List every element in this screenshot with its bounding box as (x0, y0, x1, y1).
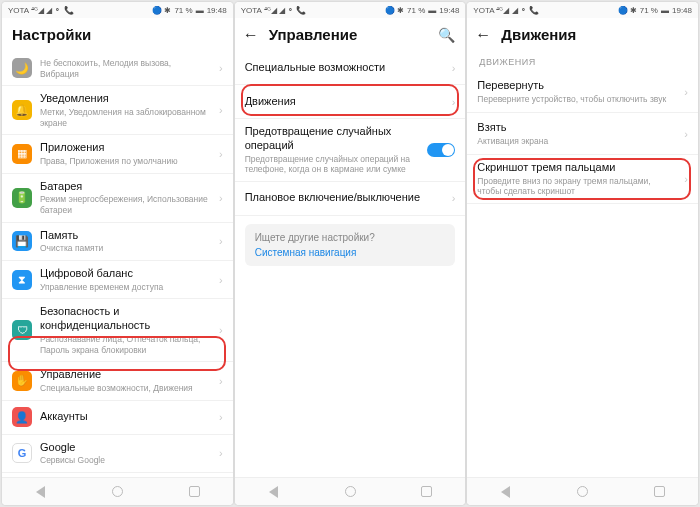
chevron-icon: › (219, 411, 223, 423)
row-icon: 💾 (12, 231, 32, 251)
chevron-icon: › (684, 173, 688, 185)
upravlenie-row[interactable]: Движения› (235, 85, 466, 119)
title-bar: Настройки (2, 18, 233, 51)
search-icon[interactable]: 🔍 (438, 27, 455, 43)
other-settings-question: Ищете другие настройки? (255, 232, 446, 243)
back-icon[interactable]: ← (475, 27, 491, 43)
chevron-icon: › (452, 96, 456, 108)
screen-dvizheniya: YOTA ⁴ᴳ◢ ◢ ⚬ 📞 🔵 ✱71 %▬19:48 ← Движения … (467, 2, 698, 505)
settings-row[interactable]: ⧗Цифровой балансУправление временем дост… (2, 261, 233, 299)
settings-list: 🌙Не беспокоить, Мелодия вызова, Вибрация… (2, 51, 233, 477)
chevron-icon: › (219, 274, 223, 286)
row-sub: Проведите вниз по экрану тремя пальцами,… (477, 176, 676, 197)
nav-bar (235, 477, 466, 505)
row-label: Перевернуть (477, 79, 676, 93)
status-bar: YOTA ⁴ᴳ◢ ◢ ⚬ 📞 🔵 ✱71 %▬19:48 (2, 2, 233, 18)
nav-bar (467, 477, 698, 505)
dvizheniya-list: ДВИЖЕНИЯ ПеревернутьПереверните устройст… (467, 51, 698, 477)
row-icon: 🔔 (12, 100, 32, 120)
settings-row[interactable]: 🛡Безопасность и конфиденциальностьРаспоз… (2, 299, 233, 362)
row-label: Управление (40, 368, 211, 382)
chevron-icon: › (219, 148, 223, 160)
row-label: Скриншот тремя пальцами (477, 161, 676, 175)
dvizheniya-row[interactable]: ПеревернутьПереверните устройство, чтобы… (467, 71, 698, 113)
row-sub: Права, Приложения по умолчанию (40, 156, 211, 167)
status-bar: YOTA ⁴ᴳ◢ ◢ ⚬ 📞 🔵 ✱71 %▬19:48 (235, 2, 466, 18)
title-bar: ← Управление 🔍 (235, 18, 466, 51)
row-label: Движения (245, 95, 444, 109)
chevron-icon: › (684, 128, 688, 140)
screen-upravlenie: YOTA ⁴ᴳ◢ ◢ ⚬ 📞 🔵 ✱71 %▬19:48 ← Управлени… (235, 2, 466, 505)
row-label: Приложения (40, 141, 211, 155)
row-label: Уведомления (40, 92, 211, 106)
nav-home-button[interactable] (576, 485, 590, 499)
chevron-icon: › (219, 192, 223, 204)
row-icon: ⧗ (12, 270, 32, 290)
chevron-icon: › (452, 192, 456, 204)
row-sub: Специальные возможности, Движения (40, 383, 211, 394)
chevron-icon: › (219, 324, 223, 336)
nav-back-button[interactable] (33, 485, 47, 499)
settings-row[interactable]: GGoogleСервисы Google› (2, 435, 233, 473)
upravlenie-row[interactable]: Предотвращение случайных операцийПредотв… (235, 119, 466, 182)
chevron-icon: › (219, 104, 223, 116)
page-title: Управление (269, 26, 429, 43)
row-sub: Очистка памяти (40, 243, 211, 254)
row-sub: Метки, Уведомления на заблокированном эк… (40, 107, 211, 128)
nav-back-button[interactable] (499, 485, 513, 499)
nav-recent-button[interactable] (420, 485, 434, 499)
row-sub: Распознавание лица, Отпечаток пальца, Па… (40, 334, 211, 355)
row-label: Специальные возможности (245, 61, 444, 75)
chevron-icon: › (219, 235, 223, 247)
settings-row[interactable]: 🔋БатареяРежим энергосбережения, Использо… (2, 174, 233, 223)
chevron-icon: › (219, 62, 223, 74)
row-label: Взять (477, 121, 676, 135)
row-sub: Переверните устройство, чтобы отключить … (477, 94, 676, 105)
upravlenie-list: Специальные возможности›Движения›Предотв… (235, 51, 466, 477)
system-navigation-link[interactable]: Системная навигация (255, 247, 446, 258)
row-sub: Режим энергосбережения, Использование ба… (40, 194, 211, 215)
row-label: Предотвращение случайных операций (245, 125, 420, 153)
status-bar: YOTA ⁴ᴳ◢ ◢ ⚬ 📞 🔵 ✱71 %▬19:48 (467, 2, 698, 18)
row-icon: G (12, 443, 32, 463)
row-label: Память (40, 229, 211, 243)
nav-recent-button[interactable] (187, 485, 201, 499)
settings-row[interactable]: 💾ПамятьОчистка памяти› (2, 223, 233, 261)
nav-home-button[interactable] (343, 485, 357, 499)
upravlenie-row[interactable]: Специальные возможности› (235, 51, 466, 85)
settings-row[interactable]: 🌙Не беспокоить, Мелодия вызова, Вибрация… (2, 51, 233, 86)
page-title: Движения (501, 26, 688, 43)
dvizheniya-row[interactable]: ВзятьАктивация экрана› (467, 113, 698, 155)
chevron-icon: › (452, 62, 456, 74)
dvizheniya-row[interactable]: Скриншот тремя пальцамиПроведите вниз по… (467, 155, 698, 204)
row-icon: 👤 (12, 407, 32, 427)
section-header: ДВИЖЕНИЯ (467, 51, 698, 71)
nav-recent-button[interactable] (653, 485, 667, 499)
row-sub: Управление временем доступа (40, 282, 211, 293)
row-label: Безопасность и конфиденциальность (40, 305, 211, 333)
settings-row[interactable]: 👤Аккаунты› (2, 401, 233, 435)
row-icon: 🔋 (12, 188, 32, 208)
settings-row[interactable]: ▦ПриложенияПрава, Приложения по умолчани… (2, 135, 233, 173)
toggle-switch[interactable] (427, 143, 455, 157)
settings-row[interactable]: ✋УправлениеСпециальные возможности, Движ… (2, 362, 233, 400)
row-label: Аккаунты (40, 410, 211, 424)
row-label: Плановое включение/выключение (245, 191, 444, 205)
row-label: Батарея (40, 180, 211, 194)
row-sub: Не беспокоить, Мелодия вызова, Вибрация (40, 58, 211, 79)
nav-back-button[interactable] (266, 485, 280, 499)
chevron-icon: › (684, 86, 688, 98)
row-icon: ▦ (12, 144, 32, 164)
nav-home-button[interactable] (110, 485, 124, 499)
back-icon[interactable]: ← (243, 27, 259, 43)
upravlenie-row[interactable]: Плановое включение/выключение› (235, 182, 466, 216)
settings-row[interactable]: 🔔УведомленияМетки, Уведомления на заблок… (2, 86, 233, 135)
row-icon: ✋ (12, 371, 32, 391)
other-settings-box: Ищете другие настройки? Системная навига… (245, 224, 456, 266)
row-sub: Сервисы Google (40, 455, 211, 466)
chevron-icon: › (219, 375, 223, 387)
row-label: Цифровой баланс (40, 267, 211, 281)
title-bar: ← Движения (467, 18, 698, 51)
row-icon: 🛡 (12, 320, 32, 340)
screen-settings: YOTA ⁴ᴳ◢ ◢ ⚬ 📞 🔵 ✱71 %▬19:48 Настройки 🌙… (2, 2, 233, 505)
